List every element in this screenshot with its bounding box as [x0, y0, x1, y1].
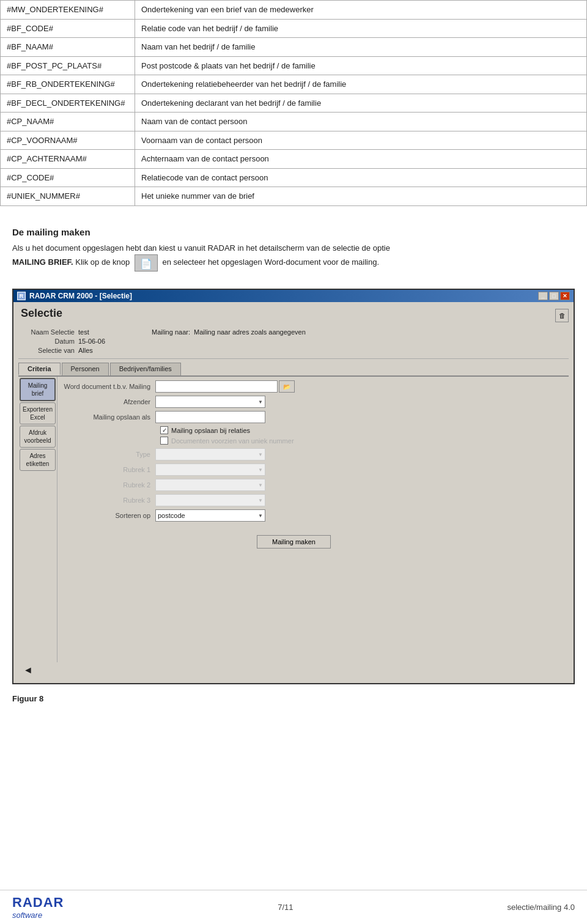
- code-cell: #CP_VOORNAAM#: [1, 131, 135, 150]
- table-row: #UNIEK_NUMMER#Het unieke nummer van de b…: [1, 187, 587, 206]
- empty-space: [64, 549, 563, 659]
- datum-row: Datum 15-06-06: [23, 338, 564, 345]
- afzender-row: Afzender ▼: [64, 396, 563, 408]
- rubrek2-dropdown: ▼: [155, 479, 265, 491]
- mailing-naar-value: Mailing naar adres zoals aangegeven: [194, 328, 306, 336]
- table-row: #BF_NAAM#Naam van het bedrijf / de famil…: [1, 38, 587, 57]
- description-cell: Naam van de contact persoon: [135, 113, 587, 131]
- window-content: Selectie 🗑 Naam Selectie test Mailing na…: [13, 302, 574, 683]
- checkbox2[interactable]: [160, 437, 168, 445]
- sorteren-dropdown[interactable]: postcode ▼: [155, 509, 265, 522]
- checkbox2-label: Documenten voorzien van uniek nummer: [171, 437, 294, 445]
- description-cell: Het unieke nummer van de brief: [135, 187, 587, 206]
- sorteren-row: Sorteren op postcode ▼: [64, 509, 563, 522]
- selectie-header: Naam Selectie test Mailing naar: Mailing…: [18, 326, 569, 359]
- code-cell: #BF_POST_PC_PLAATS#: [1, 56, 135, 75]
- content-spacer: [0, 707, 587, 866]
- tab-personen[interactable]: Personen: [62, 363, 109, 375]
- back-arrow-icon[interactable]: ◄: [23, 665, 33, 675]
- word-doc-label: Word document t.b.v. Mailing: [64, 383, 155, 390]
- window-app-icon: R: [17, 292, 26, 300]
- content-panel: Word document t.b.v. Mailing 📂 Afzender …: [57, 377, 569, 662]
- selectie-van-row: Selectie van Alles: [23, 347, 564, 354]
- table-row: #CP_CODE#Relatiecode van de contact pers…: [1, 168, 587, 187]
- table-row: #BF_POST_PC_PLAATS#Post postcode & plaat…: [1, 56, 587, 75]
- word-doc-input[interactable]: [155, 380, 278, 393]
- footer-doc-name: selectie/mailing 4.0: [507, 903, 575, 912]
- description-cell: Naam van het bedrijf / de familie: [135, 38, 587, 57]
- type-row: Type ▼: [64, 448, 563, 460]
- word-doc-row: Word document t.b.v. Mailing 📂: [64, 380, 563, 393]
- description-cell: Relatiecode van de contact persoon: [135, 168, 587, 187]
- description-cell: Voornaam van de contact persoon: [135, 131, 587, 150]
- sidebar: Mailing briefExporteren ExcelAfdruk voor…: [18, 377, 57, 662]
- codes-table: #MW_ONDERTEKENING#Ondertekening van een …: [0, 0, 587, 206]
- rubrek2-row: Rubrek 2 ▼: [64, 479, 563, 491]
- sidebar-btn-adres[interactable]: Adres etiketten: [20, 449, 56, 471]
- tab-bedrijven-families[interactable]: Bedrijven/families: [110, 363, 181, 375]
- selectie-van-label: Selectie van: [23, 347, 78, 354]
- datum-value: 15-06-06: [78, 338, 105, 345]
- afzender-dropdown-arrow: ▼: [258, 399, 263, 405]
- description-cell: Post postcode & plaats van het bedrijf /…: [135, 56, 587, 75]
- maximize-button[interactable]: □: [549, 292, 559, 300]
- checkbox1[interactable]: [160, 426, 168, 434]
- sidebar-btn-afdruk[interactable]: Afdruk voorbeeld: [20, 426, 56, 448]
- description-cell: Ondertekening relatiebeheerder van het b…: [135, 75, 587, 94]
- mailing-paragraph1: Als u het document opgeslagen hebt dan k…: [12, 242, 575, 272]
- description-cell: Achternaam van de contact persoon: [135, 150, 587, 169]
- mailing-brief-label: MAILING BRIEF.: [12, 258, 73, 267]
- window-title: RADAR CRM 2000 - [Selectie]: [29, 292, 132, 300]
- titlebar-buttons: _ □ ✕: [538, 292, 570, 300]
- main-area: Mailing briefExporteren ExcelAfdruk voor…: [18, 377, 569, 662]
- table-row: #CP_NAAM#Naam van de contact persoon: [1, 113, 587, 131]
- table-row: #CP_ACHTERNAAM#Achternaam van de contact…: [1, 150, 587, 169]
- table-row: #BF_CODE#Relatie code van het bedrijf / …: [1, 19, 587, 38]
- naam-value: test: [78, 328, 127, 336]
- footer-page-number: 7/11: [278, 903, 293, 912]
- code-cell: #BF_CODE#: [1, 19, 135, 38]
- delete-button[interactable]: 🗑: [555, 309, 569, 322]
- word-doc-browse-button[interactable]: 📂: [279, 380, 295, 393]
- close-button[interactable]: ✕: [560, 292, 570, 300]
- minimize-button[interactable]: _: [538, 292, 548, 300]
- code-cell: #BF_NAAM#: [1, 38, 135, 57]
- mailing-opslaan-row: Mailing opslaan als: [64, 411, 563, 423]
- datum-label: Datum: [23, 338, 78, 345]
- naam-row: Naam Selectie test Mailing naar: Mailing…: [23, 328, 564, 336]
- tab-criteria[interactable]: Criteria: [18, 363, 61, 375]
- titlebar-left: R RADAR CRM 2000 - [Selectie]: [17, 292, 132, 300]
- tabs-bar: CriteriaPersonenBedrijven/families: [18, 363, 569, 377]
- afzender-label: Afzender: [64, 398, 155, 405]
- afzender-dropdown[interactable]: ▼: [155, 396, 265, 408]
- selectie-title: Selectie: [18, 307, 62, 320]
- rubrek3-dropdown: ▼: [155, 494, 265, 506]
- sidebar-btn-mailing[interactable]: Mailing brief: [20, 378, 56, 401]
- code-cell: #CP_CODE#: [1, 168, 135, 187]
- figuur-label: Figuur 8: [0, 690, 587, 707]
- mailing-naar-label: Mailing naar:: [152, 328, 190, 336]
- description-cell: Relatie code van het bedrijf / de famili…: [135, 19, 587, 38]
- mailing-maken-button[interactable]: Mailing maken: [257, 535, 331, 549]
- type-label: Type: [64, 451, 155, 458]
- description-cell: Ondertekening van een brief van de medew…: [135, 1, 587, 20]
- code-cell: #UNIEK_NUMMER#: [1, 187, 135, 206]
- code-cell: #BF_DECL_ONDERTEKENING#: [1, 94, 135, 113]
- mailing-opslaan-label: Mailing opslaan als: [64, 413, 155, 421]
- naam-label: Naam Selectie: [23, 328, 78, 336]
- code-cell: #CP_NAAM#: [1, 113, 135, 131]
- code-cell: #BF_RB_ONDERTEKENING#: [1, 75, 135, 94]
- mailing-opslaan-input[interactable]: [155, 411, 265, 423]
- mailing-section: De mailing maken Als u het document opge…: [0, 221, 587, 283]
- footer-logo: RADAR software: [12, 895, 64, 920]
- code-cell: #CP_ACHTERNAAM#: [1, 150, 135, 169]
- mailing-title: De mailing maken: [12, 227, 575, 237]
- table-row: #MW_ONDERTEKENING#Ondertekening van een …: [1, 1, 587, 20]
- logo-radar-text: RADAR: [12, 895, 64, 911]
- description-cell: Ondertekening declarant van het bedrijf …: [135, 94, 587, 113]
- sorteren-dropdown-arrow: ▼: [258, 513, 263, 519]
- mailing-icon: [135, 254, 158, 272]
- checkbox1-row: Mailing opslaan bij relaties: [160, 426, 563, 434]
- sidebar-btn-exporteren[interactable]: Exporteren Excel: [20, 402, 56, 424]
- table-row: #CP_VOORNAAM#Voornaam van de contact per…: [1, 131, 587, 150]
